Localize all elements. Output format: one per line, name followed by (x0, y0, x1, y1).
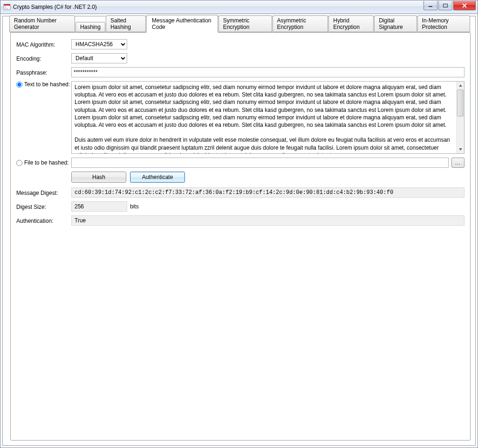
browse-button[interactable]: ... (451, 158, 464, 168)
digest-size-label: Digest Size: (16, 203, 71, 210)
encoding-select[interactable]: Default (71, 53, 127, 63)
tab-digital-signature[interactable]: Digital Signature (374, 15, 417, 32)
passphrase-input[interactable] (71, 67, 464, 77)
file-path-input[interactable] (71, 158, 449, 168)
minimize-button[interactable] (423, 1, 437, 10)
app-icon (3, 3, 11, 11)
svg-rect-2 (5, 7, 7, 7)
file-source-option[interactable]: File to be hashed: (16, 159, 71, 166)
authentication-label: Authentication: (16, 217, 71, 224)
authenticate-button[interactable]: Authenticate (130, 172, 185, 183)
scroll-up-icon[interactable] (457, 82, 464, 90)
hash-button[interactable]: Hash (71, 172, 126, 183)
text-source-option[interactable]: Text to be hashed: (16, 81, 71, 88)
tab-in-memory-protection[interactable]: In-Memory Protection (417, 15, 470, 32)
tab-random-number-generator[interactable]: Random Number Generator (9, 15, 75, 32)
message-digest-output: cd:60:39:1d:74:92:c1:2c:c2:f7:33:72:af:3… (71, 187, 464, 198)
svg-rect-1 (4, 4, 10, 6)
window-controls (423, 0, 478, 14)
digest-size-units: bits (130, 203, 139, 210)
svg-rect-3 (5, 8, 8, 9)
svg-rect-5 (444, 4, 448, 7)
svg-rect-4 (429, 6, 432, 7)
tab-strip: Random Number Generator Hashing Salted H… (9, 21, 471, 32)
mac-algorithm-label: MAC Algorithm: (16, 41, 71, 48)
tab-salted-hashing[interactable]: Salted Hashing (106, 15, 146, 32)
window-title: Crypto Samples (C# for .NET 2.0) (13, 4, 97, 10)
tab-asymmetric-encryption[interactable]: Asymmetric Encryption (273, 15, 328, 32)
close-button[interactable] (453, 1, 476, 10)
digest-size-output: 256 (71, 201, 127, 212)
tab-hybrid-encryption[interactable]: Hybrid Encryption (328, 15, 374, 32)
tab-hashing[interactable]: Hashing (75, 22, 105, 32)
tab-message-authentication-code[interactable]: Message Authentication Code (146, 15, 218, 33)
tab-symmetric-encryption[interactable]: Symmetric Encryption (219, 15, 272, 32)
maximize-button[interactable] (438, 1, 452, 10)
scroll-down-icon[interactable] (457, 145, 464, 153)
tab-panel: MAC Algorithm: HMACSHA256 Encoding: Defa… (10, 32, 471, 441)
text-scrollbar[interactable] (456, 82, 464, 153)
scroll-track[interactable] (457, 90, 464, 145)
file-source-label: File to be hashed: (24, 159, 68, 166)
title-bar: Crypto Samples (C# for .NET 2.0) (0, 0, 478, 14)
text-source-radio[interactable] (16, 82, 22, 88)
text-to-hash-input[interactable] (72, 82, 456, 153)
message-digest-label: Message Digest: (16, 189, 71, 196)
scroll-thumb[interactable] (457, 90, 464, 117)
encoding-label: Encoding: (16, 55, 71, 62)
passphrase-label: Passphrase: (16, 69, 71, 76)
authentication-output: True (71, 215, 464, 226)
mac-algorithm-select[interactable]: HMACSHA256 (71, 39, 127, 49)
file-source-radio[interactable] (16, 160, 22, 166)
text-source-label: Text to be hashed: (24, 81, 70, 88)
